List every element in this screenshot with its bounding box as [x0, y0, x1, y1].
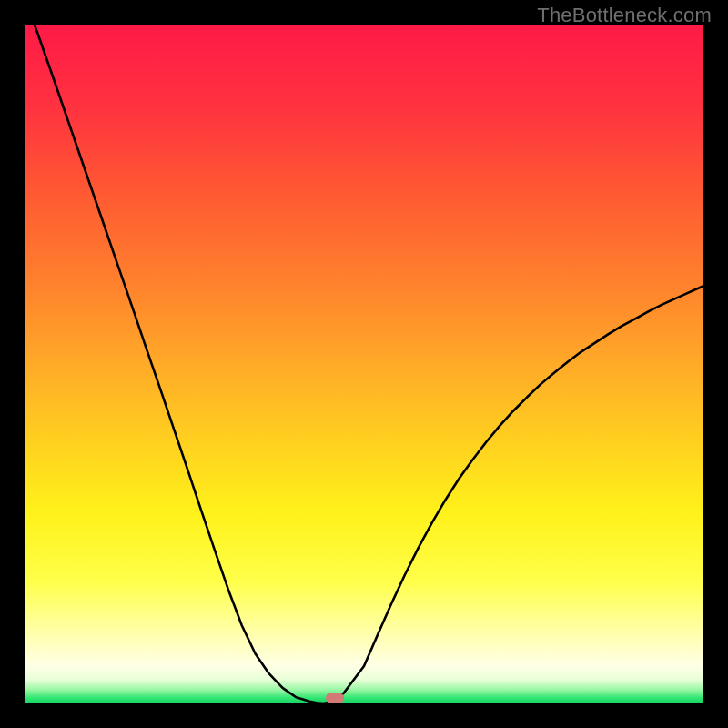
- watermark-text: TheBottleneck.com: [537, 4, 712, 27]
- optimal-marker: [326, 693, 344, 703]
- bottleneck-curve: [25, 25, 703, 703]
- plot-area: [25, 25, 703, 703]
